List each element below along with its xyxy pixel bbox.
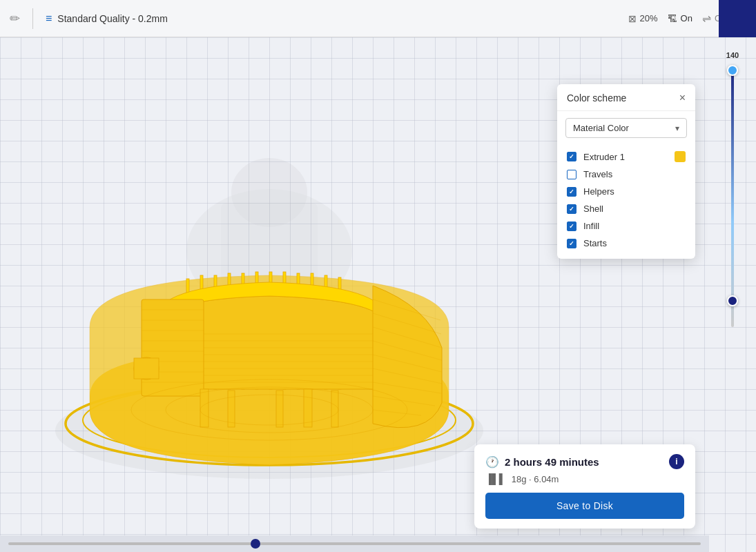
profile-lines-icon: ≡ <box>46 12 52 25</box>
scheme-checkbox[interactable] <box>567 170 576 179</box>
svg-rect-37 <box>276 391 283 427</box>
slider-track[interactable] <box>731 65 734 327</box>
progress-thumb[interactable] <box>251 539 260 549</box>
svg-rect-26 <box>142 299 204 396</box>
panel-title: Color scheme <box>567 92 626 103</box>
scheme-item-label: Starts <box>583 238 686 248</box>
scheme-dropdown[interactable]: Material Color ▾ <box>565 118 687 138</box>
viewport: 140 Color scheme × Material Color ▾ Extr… <box>0 37 756 552</box>
infill-stat[interactable]: ⊠ 20% <box>628 13 658 24</box>
dropdown-arrow-icon: ▾ <box>675 124 679 133</box>
svg-point-3 <box>231 158 307 227</box>
3d-model-svg <box>35 72 518 520</box>
clock-icon: 🕐 <box>485 455 499 469</box>
scheme-checkbox[interactable] <box>567 239 576 248</box>
toolbar-profile[interactable]: ≡ Standard Quality - 0.2mm <box>46 12 168 25</box>
weight-row: ▐▌▌ 18g · 6.04m <box>485 473 684 484</box>
time-label: 2 hours 49 minutes <box>505 456 599 468</box>
scheme-item-label: Extruder 1 <box>583 152 668 162</box>
slider-value-label: 140 <box>726 51 739 59</box>
weight-icon: ▐▌▌ <box>485 473 506 484</box>
weight-label: 18g · 6.04m <box>512 474 559 484</box>
save-to-disk-button[interactable]: Save to Disk <box>485 493 684 519</box>
scheme-item[interactable]: Infill <box>557 217 695 235</box>
slider-thumb-top[interactable] <box>727 65 738 76</box>
scheme-item[interactable]: Starts <box>557 235 695 252</box>
scheme-item[interactable]: Shell <box>557 200 695 217</box>
scheme-item-label: Travels <box>583 169 686 179</box>
slider-thumb-bottom[interactable] <box>727 295 738 306</box>
profile-label: Standard Quality - 0.2mm <box>57 13 168 24</box>
panel-header: Color scheme × <box>557 84 695 111</box>
color-scheme-panel: Color scheme × Material Color ▾ Extruder… <box>557 84 695 259</box>
support-stat[interactable]: 🏗 On <box>668 13 692 24</box>
toolbar-divider <box>32 8 33 29</box>
info-icon-button[interactable]: i <box>669 454 684 469</box>
toolbar: ✏ ≡ Standard Quality - 0.2mm ⊠ 20% 🏗 On … <box>0 0 756 37</box>
scheme-checkbox[interactable] <box>567 204 576 214</box>
bottom-progress-bar[interactable] <box>0 535 709 552</box>
toolbar-corner <box>719 0 756 37</box>
slider-panel: 140 <box>709 37 756 552</box>
svg-rect-38 <box>304 389 312 427</box>
progress-track[interactable] <box>8 542 701 545</box>
info-card: 🕐 2 hours 49 minutes i ▐▌▌ 18g · 6.04m S… <box>474 444 695 529</box>
time-display: 🕐 2 hours 49 minutes <box>485 455 599 469</box>
scheme-item-list: Extruder 1TravelsHelpersShellInfillStart… <box>557 145 695 259</box>
infill-icon: ⊠ <box>628 13 637 24</box>
svg-rect-39 <box>331 391 338 427</box>
toolbar-edit-icon[interactable]: ✏ <box>10 11 20 26</box>
scheme-item[interactable]: Extruder 1 <box>557 148 695 166</box>
scheme-item[interactable]: Travels <box>557 166 695 183</box>
scheme-item-color <box>675 151 686 162</box>
dropdown-value: Material Color <box>573 123 629 133</box>
time-row: 🕐 2 hours 49 minutes i <box>485 454 684 469</box>
svg-rect-41 <box>134 358 159 379</box>
svg-rect-36 <box>228 391 235 427</box>
scheme-item-label: Shell <box>583 204 686 214</box>
panel-close-button[interactable]: × <box>679 92 686 103</box>
support-on-label: On <box>681 13 692 23</box>
scheme-item-label: Infill <box>583 221 686 231</box>
infill-percent: 20% <box>640 13 658 23</box>
scheme-item[interactable]: Helpers <box>557 183 695 200</box>
scheme-checkbox[interactable] <box>567 152 576 161</box>
scheme-item-label: Helpers <box>583 186 686 197</box>
scheme-checkbox[interactable] <box>567 187 576 197</box>
svg-rect-35 <box>200 389 209 427</box>
support-icon: 🏗 <box>668 13 677 24</box>
split-icon: ⇌ <box>702 12 711 25</box>
scheme-checkbox[interactable] <box>567 221 576 231</box>
